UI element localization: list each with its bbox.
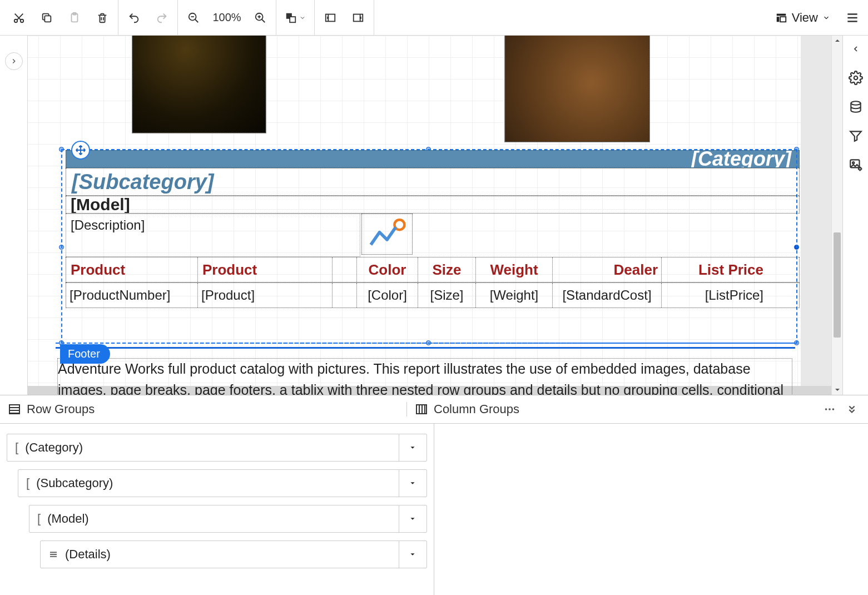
svg-point-0 [14, 19, 18, 22]
data-icon[interactable] [846, 97, 866, 117]
group-item-category[interactable]: [(Category) [7, 434, 427, 462]
vertical-scrollbar[interactable] [831, 36, 842, 395]
settings-icon[interactable] [846, 68, 866, 88]
svg-point-22 [825, 408, 827, 410]
view-menu[interactable]: View [770, 6, 836, 30]
svg-point-16 [851, 101, 860, 105]
svg-point-19 [859, 167, 861, 170]
view-menu-label: View [792, 11, 818, 25]
copy-button[interactable] [34, 6, 59, 30]
collapse-panel-icon[interactable] [846, 403, 858, 415]
collapse-right-panel-button[interactable] [846, 39, 866, 59]
zoom-out-button[interactable] [181, 6, 206, 30]
scrollbar-thumb[interactable] [834, 232, 841, 338]
group-item-details[interactable]: (Details) [40, 541, 427, 568]
undo-button[interactable] [122, 6, 146, 30]
align-left-button[interactable] [318, 6, 343, 30]
group-dropdown-button[interactable] [399, 434, 426, 461]
column-groups-header: Column Groups [407, 402, 814, 416]
svg-rect-8 [290, 17, 295, 22]
redo-button [150, 6, 174, 30]
svg-point-1 [21, 19, 24, 22]
embedded-image-placeholder[interactable] [132, 36, 266, 133]
group-icon: [ [26, 476, 29, 490]
group-item-subcategory[interactable]: [(Subcategory) [18, 469, 427, 497]
arrange-button[interactable] [280, 6, 311, 30]
footer-section-label[interactable]: Footer [60, 344, 110, 364]
svg-point-15 [854, 76, 857, 80]
group-item-model[interactable]: [(Model) [29, 505, 427, 533]
toolbar: 100% View [0, 0, 868, 36]
filter-icon[interactable] [846, 126, 866, 146]
footer-textbox[interactable]: Adventure Works full product catalog wit… [57, 358, 792, 395]
image-settings-icon[interactable] [846, 155, 866, 175]
design-canvas[interactable]: [Category] [Subcategory] [Model] [Descri… [28, 36, 831, 395]
group-dropdown-button[interactable] [399, 541, 426, 568]
svg-rect-9 [326, 14, 335, 21]
zoom-level: 100% [209, 11, 245, 24]
svg-rect-13 [780, 17, 786, 22]
svg-rect-10 [354, 14, 363, 21]
right-tool-rail [842, 36, 868, 395]
svg-point-24 [832, 408, 835, 410]
selection-guide [56, 343, 795, 344]
expand-left-panel-button[interactable] [5, 52, 23, 70]
svg-point-23 [829, 408, 831, 410]
more-options-icon[interactable] [824, 403, 836, 415]
cut-button[interactable] [7, 6, 31, 30]
scroll-down-button[interactable] [832, 385, 842, 395]
section-divider [56, 347, 795, 349]
embedded-image-placeholder[interactable] [505, 36, 649, 142]
tablix-selection-outline [61, 149, 797, 344]
scroll-up-button[interactable] [832, 36, 842, 46]
selection-move-handle[interactable] [71, 141, 90, 160]
delete-button[interactable] [90, 6, 115, 30]
details-icon [48, 549, 58, 559]
groups-panel: Row Groups Column Groups [(Category) [(S… [0, 395, 868, 595]
group-dropdown-button[interactable] [399, 470, 426, 497]
group-icon: [ [15, 440, 18, 455]
svg-point-18 [852, 162, 854, 163]
svg-rect-2 [44, 16, 51, 22]
zoom-in-button[interactable] [248, 6, 272, 30]
left-panel-collapsed [0, 36, 28, 395]
svg-rect-11 [776, 13, 786, 16]
group-dropdown-button[interactable] [399, 505, 426, 532]
svg-rect-20 [9, 405, 19, 414]
group-icon: [ [37, 512, 41, 526]
row-groups-list: [(Category) [(Subcategory) [(Model) (Det… [0, 424, 434, 595]
paste-button [62, 6, 87, 30]
column-groups-list [434, 424, 869, 595]
row-groups-header: Row Groups [0, 402, 407, 416]
svg-rect-12 [776, 17, 779, 22]
hamburger-menu[interactable] [840, 6, 865, 30]
align-right-button[interactable] [346, 6, 370, 30]
